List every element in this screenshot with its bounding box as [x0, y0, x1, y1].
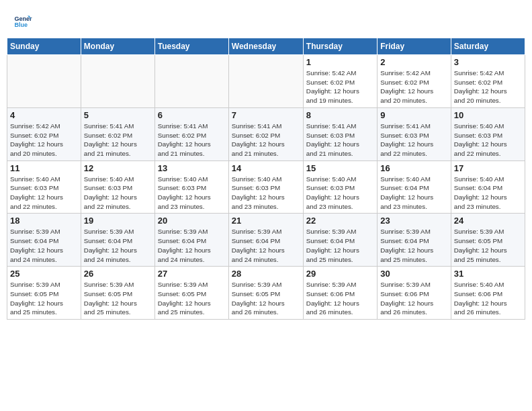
calendar-cell: 20Sunrise: 5:39 AM Sunset: 6:04 PM Dayli… — [154, 214, 228, 267]
svg-text:Blue: Blue — [14, 21, 28, 28]
week-row-5: 25Sunrise: 5:39 AM Sunset: 6:05 PM Dayli… — [7, 267, 525, 320]
calendar-cell — [154, 55, 228, 108]
calendar-cell: 13Sunrise: 5:40 AM Sunset: 6:03 PM Dayli… — [154, 161, 228, 214]
calendar-cell: 14Sunrise: 5:40 AM Sunset: 6:03 PM Dayli… — [228, 161, 303, 214]
calendar-table: SundayMondayTuesdayWednesdayThursdayFrid… — [7, 38, 525, 320]
weekday-tuesday: Tuesday — [154, 38, 228, 55]
calendar-cell: 2Sunrise: 5:42 AM Sunset: 6:02 PM Daylig… — [378, 55, 451, 108]
day-number: 3 — [454, 57, 522, 67]
day-number: 9 — [380, 110, 448, 120]
calendar-cell: 17Sunrise: 5:40 AM Sunset: 6:04 PM Dayli… — [451, 161, 525, 214]
day-info: Sunrise: 5:39 AM Sunset: 6:05 PM Dayligh… — [158, 280, 226, 317]
calendar-cell: 21Sunrise: 5:39 AM Sunset: 6:04 PM Dayli… — [228, 214, 303, 267]
day-info: Sunrise: 5:41 AM Sunset: 6:02 PM Dayligh… — [232, 122, 300, 158]
week-row-3: 11Sunrise: 5:40 AM Sunset: 6:03 PM Dayli… — [7, 161, 525, 214]
calendar-cell: 24Sunrise: 5:39 AM Sunset: 6:05 PM Dayli… — [451, 214, 525, 267]
calendar-cell: 5Sunrise: 5:41 AM Sunset: 6:02 PM Daylig… — [81, 107, 154, 161]
day-number: 31 — [454, 269, 522, 279]
day-number: 17 — [454, 163, 522, 173]
calendar-cell: 15Sunrise: 5:40 AM Sunset: 6:03 PM Dayli… — [303, 161, 377, 214]
day-info: Sunrise: 5:40 AM Sunset: 6:03 PM Dayligh… — [158, 175, 226, 212]
day-info: Sunrise: 5:42 AM Sunset: 6:02 PM Dayligh… — [454, 68, 522, 105]
day-info: Sunrise: 5:40 AM Sunset: 6:03 PM Dayligh… — [232, 175, 300, 212]
calendar-cell: 8Sunrise: 5:41 AM Sunset: 6:03 PM Daylig… — [303, 107, 377, 161]
day-number: 30 — [380, 269, 448, 279]
day-number: 21 — [232, 216, 300, 226]
calendar-cell — [228, 55, 303, 108]
day-number: 28 — [232, 269, 300, 279]
day-info: Sunrise: 5:40 AM Sunset: 6:03 PM Dayligh… — [10, 175, 78, 212]
calendar-cell: 19Sunrise: 5:39 AM Sunset: 6:04 PM Dayli… — [81, 214, 154, 267]
calendar-cell: 26Sunrise: 5:39 AM Sunset: 6:05 PM Dayli… — [81, 267, 154, 320]
week-row-2: 4Sunrise: 5:42 AM Sunset: 6:02 PM Daylig… — [7, 107, 525, 161]
day-number: 18 — [10, 216, 78, 226]
day-info: Sunrise: 5:40 AM Sunset: 6:04 PM Dayligh… — [380, 175, 448, 212]
day-info: Sunrise: 5:40 AM Sunset: 6:04 PM Dayligh… — [454, 175, 522, 212]
calendar-cell: 29Sunrise: 5:39 AM Sunset: 6:06 PM Dayli… — [303, 267, 377, 320]
calendar-cell: 22Sunrise: 5:39 AM Sunset: 6:04 PM Dayli… — [303, 214, 377, 267]
day-info: Sunrise: 5:41 AM Sunset: 6:03 PM Dayligh… — [380, 122, 448, 158]
day-info: Sunrise: 5:39 AM Sunset: 6:06 PM Dayligh… — [306, 280, 374, 317]
week-row-1: 1Sunrise: 5:42 AM Sunset: 6:02 PM Daylig… — [7, 55, 525, 108]
day-number: 23 — [380, 216, 448, 226]
day-info: Sunrise: 5:42 AM Sunset: 6:02 PM Dayligh… — [306, 68, 374, 105]
day-info: Sunrise: 5:39 AM Sunset: 6:05 PM Dayligh… — [10, 280, 78, 317]
calendar-cell: 12Sunrise: 5:40 AM Sunset: 6:03 PM Dayli… — [81, 161, 154, 214]
day-number: 24 — [454, 216, 522, 226]
weekday-friday: Friday — [378, 38, 451, 55]
page-header: General Blue — [7, 7, 525, 34]
day-number: 4 — [10, 110, 78, 120]
calendar-cell: 7Sunrise: 5:41 AM Sunset: 6:02 PM Daylig… — [228, 107, 303, 161]
day-number: 19 — [84, 216, 152, 226]
day-number: 14 — [232, 163, 300, 173]
day-number: 6 — [158, 110, 226, 120]
day-number: 10 — [454, 110, 522, 120]
calendar-cell: 3Sunrise: 5:42 AM Sunset: 6:02 PM Daylig… — [451, 55, 525, 108]
day-info: Sunrise: 5:41 AM Sunset: 6:03 PM Dayligh… — [306, 122, 374, 158]
day-info: Sunrise: 5:39 AM Sunset: 6:04 PM Dayligh… — [158, 227, 226, 264]
day-number: 25 — [10, 269, 78, 279]
weekday-monday: Monday — [81, 38, 154, 55]
day-number: 7 — [232, 110, 300, 120]
day-number: 20 — [158, 216, 226, 226]
day-number: 13 — [158, 163, 226, 173]
logo-icon: General Blue — [13, 12, 32, 31]
day-info: Sunrise: 5:42 AM Sunset: 6:02 PM Dayligh… — [10, 122, 78, 158]
calendar-cell: 4Sunrise: 5:42 AM Sunset: 6:02 PM Daylig… — [7, 107, 81, 161]
day-number: 16 — [380, 163, 448, 173]
day-info: Sunrise: 5:41 AM Sunset: 6:02 PM Dayligh… — [84, 122, 152, 158]
day-info: Sunrise: 5:40 AM Sunset: 6:03 PM Dayligh… — [454, 122, 522, 158]
day-info: Sunrise: 5:40 AM Sunset: 6:06 PM Dayligh… — [454, 280, 522, 317]
day-number: 22 — [306, 216, 374, 226]
day-info: Sunrise: 5:39 AM Sunset: 6:05 PM Dayligh… — [232, 280, 300, 317]
day-info: Sunrise: 5:39 AM Sunset: 6:05 PM Dayligh… — [84, 280, 152, 317]
logo: General Blue — [13, 12, 32, 31]
day-info: Sunrise: 5:39 AM Sunset: 6:04 PM Dayligh… — [84, 227, 152, 264]
calendar-cell — [7, 55, 81, 108]
weekday-header-row: SundayMondayTuesdayWednesdayThursdayFrid… — [7, 38, 525, 55]
week-row-4: 18Sunrise: 5:39 AM Sunset: 6:04 PM Dayli… — [7, 214, 525, 267]
calendar-cell: 6Sunrise: 5:41 AM Sunset: 6:02 PM Daylig… — [154, 107, 228, 161]
day-number: 1 — [306, 57, 374, 67]
calendar-cell: 9Sunrise: 5:41 AM Sunset: 6:03 PM Daylig… — [378, 107, 451, 161]
day-info: Sunrise: 5:39 AM Sunset: 6:05 PM Dayligh… — [454, 227, 522, 264]
weekday-thursday: Thursday — [303, 38, 377, 55]
calendar-cell: 11Sunrise: 5:40 AM Sunset: 6:03 PM Dayli… — [7, 161, 81, 214]
day-number: 11 — [10, 163, 78, 173]
day-info: Sunrise: 5:42 AM Sunset: 6:02 PM Dayligh… — [380, 68, 448, 105]
calendar-cell: 23Sunrise: 5:39 AM Sunset: 6:04 PM Dayli… — [378, 214, 451, 267]
calendar-cell: 18Sunrise: 5:39 AM Sunset: 6:04 PM Dayli… — [7, 214, 81, 267]
day-info: Sunrise: 5:41 AM Sunset: 6:02 PM Dayligh… — [158, 122, 226, 158]
day-info: Sunrise: 5:39 AM Sunset: 6:04 PM Dayligh… — [306, 227, 374, 264]
calendar-cell: 10Sunrise: 5:40 AM Sunset: 6:03 PM Dayli… — [451, 107, 525, 161]
calendar-cell — [81, 55, 154, 108]
day-number: 29 — [306, 269, 374, 279]
weekday-wednesday: Wednesday — [228, 38, 303, 55]
calendar-cell: 27Sunrise: 5:39 AM Sunset: 6:05 PM Dayli… — [154, 267, 228, 320]
day-info: Sunrise: 5:39 AM Sunset: 6:04 PM Dayligh… — [232, 227, 300, 264]
day-number: 2 — [380, 57, 448, 67]
day-info: Sunrise: 5:40 AM Sunset: 6:03 PM Dayligh… — [306, 175, 374, 212]
day-info: Sunrise: 5:40 AM Sunset: 6:03 PM Dayligh… — [84, 175, 152, 212]
day-number: 26 — [84, 269, 152, 279]
day-number: 15 — [306, 163, 374, 173]
